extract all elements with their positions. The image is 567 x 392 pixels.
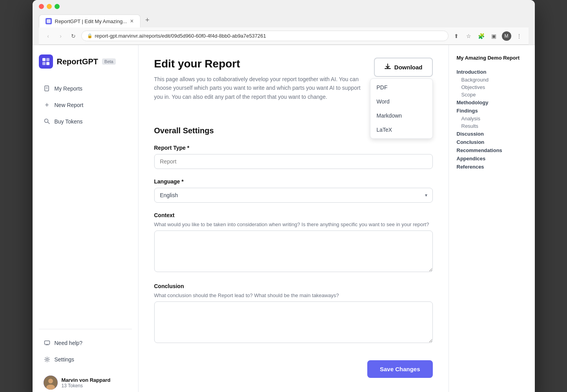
tab-title: ReportGPT | Edit My Amazing... (55, 18, 127, 24)
sidebar-item-need-help-label: Need help? (55, 340, 83, 346)
language-select-wrapper: English German French Spanish ▾ (154, 188, 433, 203)
user-info: Marvin von Rappard 13 Tokens (62, 377, 111, 388)
save-area: Save Changes (154, 354, 433, 390)
toc-item-results[interactable]: Results (457, 122, 527, 130)
toc-report-title: My Amazing Demo Report (457, 54, 527, 62)
app-layout: ReportGPT Beta My Reports + (33, 45, 535, 392)
user-name: Marvin von Rappard (62, 377, 111, 383)
download-area: Download PDF Word Markdown LaTeX (374, 58, 433, 77)
sidebar-item-my-reports[interactable]: My Reports (39, 81, 132, 96)
report-type-input[interactable] (154, 154, 433, 169)
toc-item-findings[interactable]: Findings (457, 107, 527, 115)
svg-rect-0 (47, 19, 51, 23)
forward-button[interactable]: › (56, 31, 66, 41)
sidebar-item-buy-tokens[interactable]: Buy Tokens (39, 114, 132, 129)
sidebar-item-new-report-label: New Report (55, 102, 84, 108)
conclusion-label: Conclusion (154, 283, 433, 289)
new-report-icon: + (44, 102, 51, 109)
svg-rect-3 (42, 62, 46, 65)
dropdown-item-latex[interactable]: LaTeX (370, 123, 432, 137)
toc-item-introduction[interactable]: Introduction (457, 68, 527, 76)
language-group: Language * English German French Spanish… (154, 178, 433, 203)
page-title: Edit your Report (154, 58, 365, 70)
content-area: Edit your Report This page allows you to… (139, 45, 535, 392)
download-icon (384, 63, 391, 71)
tab-favicon (46, 18, 52, 24)
nav-items: My Reports + New Report Buy Tokens (39, 81, 132, 329)
main-header: Edit your Report This page allows you to… (154, 58, 433, 114)
profile-button[interactable]: M (502, 31, 511, 41)
my-reports-icon (44, 85, 51, 92)
reload-button[interactable]: ↻ (69, 31, 78, 41)
dropdown-item-markdown[interactable]: Markdown (370, 109, 432, 123)
language-label: Language * (154, 178, 433, 185)
context-group: Context What would you like to be taken … (154, 212, 433, 274)
download-button-label: Download (394, 64, 423, 71)
sidebar-item-settings-label: Settings (55, 356, 75, 363)
sidebar-item-need-help[interactable]: Need help? (39, 336, 132, 350)
sidebar-item-new-report[interactable]: + New Report (39, 98, 132, 113)
settings-icon (44, 356, 51, 363)
report-type-group: Report Type * (154, 145, 433, 169)
sidebar-item-buy-tokens-label: Buy Tokens (55, 118, 83, 125)
share-button[interactable]: ⬆ (452, 31, 461, 41)
browser-actions: ⬆ ☆ 🧩 ▣ M ⋮ (452, 31, 524, 41)
download-dropdown: PDF Word Markdown LaTeX (370, 78, 433, 139)
logo-area: ReportGPT Beta (39, 54, 132, 69)
context-label: Context (154, 212, 433, 218)
save-changes-button[interactable]: Save Changes (367, 360, 433, 378)
page-description: This page allows you to collaboratively … (154, 75, 365, 101)
conclusion-description: What conclusion should the Report lead t… (154, 292, 433, 298)
lock-icon: 🔒 (87, 33, 93, 38)
toc-item-scope[interactable]: Scope (457, 91, 527, 98)
traffic-lights (39, 4, 529, 9)
user-area: Marvin von Rappard 13 Tokens (39, 372, 132, 392)
toc-item-analysis[interactable]: Analysis (457, 115, 527, 122)
active-tab[interactable]: ReportGPT | Edit My Amazing... ✕ (39, 15, 141, 27)
back-button[interactable]: ‹ (44, 31, 53, 41)
svg-rect-9 (44, 341, 49, 345)
minimize-traffic-light[interactable] (47, 4, 52, 9)
close-traffic-light[interactable] (39, 4, 44, 9)
menu-button[interactable]: ⋮ (514, 31, 524, 41)
svg-rect-1 (42, 58, 46, 61)
sidebar-toggle-button[interactable]: ▣ (489, 31, 499, 41)
address-bar[interactable]: 🔒 report-gpt.marvinvr.ai/reports/edit/09… (81, 31, 448, 41)
main-content: Edit your Report This page allows you to… (139, 45, 448, 392)
toc-item-discussion[interactable]: Discussion (457, 130, 527, 138)
context-textarea[interactable] (154, 230, 433, 272)
toc-item-recommendations[interactable]: Recommendations (457, 146, 527, 154)
toc-item-references[interactable]: References (457, 163, 527, 171)
svg-rect-4 (46, 62, 49, 65)
dropdown-item-word[interactable]: Word (370, 94, 432, 109)
sidebar-item-settings[interactable]: Settings (39, 352, 132, 367)
language-select[interactable]: English German French Spanish (154, 188, 433, 203)
svg-point-12 (48, 379, 53, 383)
sidebar: ReportGPT Beta My Reports + (33, 45, 139, 392)
logo-icon (39, 54, 53, 69)
new-tab-button[interactable]: + (140, 13, 154, 27)
tab-close-icon[interactable]: ✕ (130, 18, 134, 24)
report-type-label: Report Type * (154, 145, 433, 151)
download-button[interactable]: Download (374, 58, 433, 77)
title-area: Edit your Report This page allows you to… (154, 58, 365, 114)
dropdown-item-pdf[interactable]: PDF (370, 80, 432, 94)
browser-window: ReportGPT | Edit My Amazing... ✕ + ‹ › ↻… (33, 0, 535, 392)
toc-item-objectives[interactable]: Objectives (457, 83, 527, 91)
conclusion-textarea[interactable] (154, 301, 433, 343)
user-tokens: 13 Tokens (62, 383, 111, 388)
bookmark-button[interactable]: ☆ (464, 31, 474, 41)
beta-badge: Beta (102, 58, 116, 65)
svg-rect-2 (46, 58, 49, 61)
sidebar-bottom: Need help? Settings (39, 329, 132, 392)
sidebar-item-my-reports-label: My Reports (55, 85, 83, 92)
need-help-icon (44, 339, 51, 347)
toc-item-background[interactable]: Background (457, 76, 527, 83)
extensions-button[interactable]: 🧩 (477, 31, 486, 41)
address-bar-row: ‹ › ↻ 🔒 report-gpt.marvinvr.ai/reports/e… (39, 27, 529, 45)
toc-item-methodology[interactable]: Methodology (457, 98, 527, 107)
toc-item-appendices[interactable]: Appendices (457, 154, 527, 163)
fullscreen-traffic-light[interactable] (55, 4, 60, 9)
svg-point-10 (46, 359, 48, 361)
toc-item-conclusion[interactable]: Conclusion (457, 138, 527, 146)
